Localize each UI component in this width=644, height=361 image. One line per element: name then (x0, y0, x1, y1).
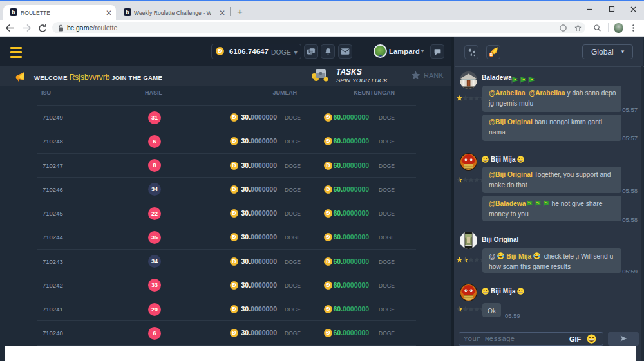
svg-text:B: B (490, 53, 493, 57)
